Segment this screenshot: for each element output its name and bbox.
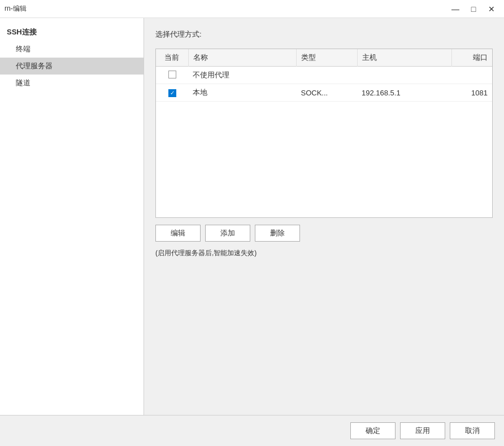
col-header-type: 类型 bbox=[297, 49, 358, 67]
checkbox-unchecked[interactable] bbox=[168, 71, 176, 78]
col-header-name: 名称 bbox=[188, 49, 296, 67]
row2-port: 1081 bbox=[451, 84, 492, 102]
proxy-table: 当前 名称 类型 主机 端口 不使用代理 bbox=[156, 49, 492, 102]
add-button[interactable]: 添加 bbox=[205, 225, 250, 242]
row1-name: 不使用代理 bbox=[188, 67, 296, 84]
sidebar-item-tunnel[interactable]: 隧道 bbox=[0, 75, 144, 91]
table-row[interactable]: 不使用代理 bbox=[156, 67, 492, 84]
row2-host: 192.168.5.1 bbox=[357, 84, 451, 102]
table-row[interactable]: ✓ 本地 SOCK... 192.168.5.1 1081 bbox=[156, 84, 492, 102]
row1-current[interactable] bbox=[156, 67, 188, 84]
confirm-button[interactable]: 确定 bbox=[350, 422, 396, 439]
sidebar-item-proxy[interactable]: 代理服务器 bbox=[0, 58, 144, 75]
main-content: SSH连接 终端 代理服务器 隧道 选择代理方式: 当前 名称 类型 主机 端口 bbox=[0, 18, 504, 415]
col-header-current: 当前 bbox=[156, 49, 188, 67]
row2-type: SOCK... bbox=[297, 84, 358, 102]
col-header-host: 主机 bbox=[357, 49, 451, 67]
apply-button[interactable]: 应用 bbox=[400, 422, 445, 439]
row1-port bbox=[451, 67, 492, 84]
panel-title: 选择代理方式: bbox=[155, 29, 493, 40]
right-panel: 选择代理方式: 当前 名称 类型 主机 端口 bbox=[144, 18, 504, 415]
action-buttons: 编辑 添加 删除 bbox=[155, 225, 493, 242]
title-bar: rn-编辑 — □ ✕ bbox=[0, 0, 504, 18]
proxy-table-container: 当前 名称 类型 主机 端口 不使用代理 bbox=[155, 49, 493, 218]
edit-button[interactable]: 编辑 bbox=[155, 225, 201, 242]
row1-type bbox=[297, 67, 358, 84]
close-button[interactable]: ✕ bbox=[484, 3, 499, 15]
sidebar: SSH连接 终端 代理服务器 隧道 bbox=[0, 18, 144, 415]
cancel-button[interactable]: 取消 bbox=[450, 422, 495, 439]
minimize-button[interactable]: — bbox=[447, 3, 463, 15]
checkbox-checked[interactable]: ✓ bbox=[168, 89, 176, 97]
delete-button[interactable]: 删除 bbox=[255, 225, 300, 242]
row2-current[interactable]: ✓ bbox=[156, 84, 188, 102]
col-header-port: 端口 bbox=[451, 49, 492, 67]
window-title: rn-编辑 bbox=[5, 4, 27, 14]
maximize-button[interactable]: □ bbox=[466, 3, 481, 15]
bottom-bar: 确定 应用 取消 bbox=[0, 415, 504, 446]
row2-name: 本地 bbox=[188, 84, 296, 102]
note-text: (启用代理服务器后,智能加速失效) bbox=[155, 248, 493, 258]
sidebar-section-title: SSH连接 bbox=[0, 23, 144, 41]
sidebar-item-terminal[interactable]: 终端 bbox=[0, 41, 144, 58]
window-controls: — □ ✕ bbox=[447, 3, 499, 15]
row1-host bbox=[357, 67, 451, 84]
